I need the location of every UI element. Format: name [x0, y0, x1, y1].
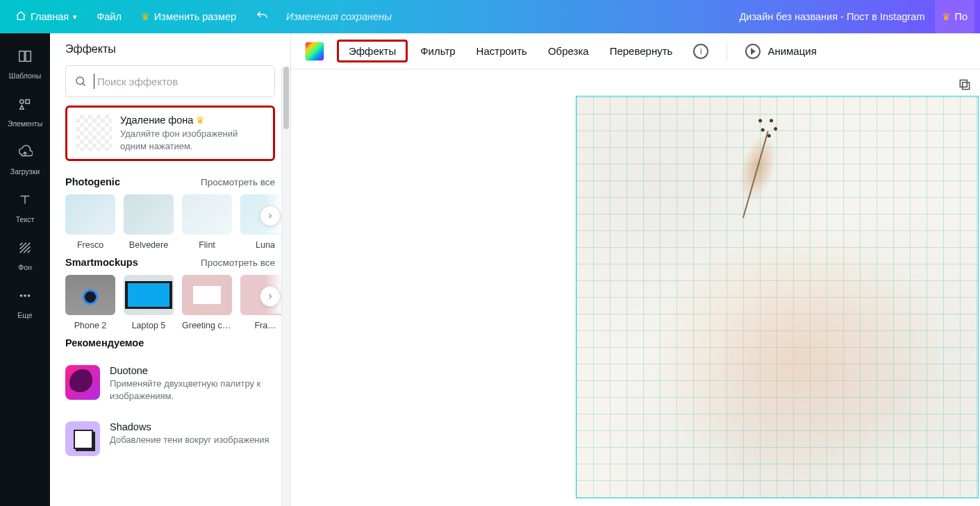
svg-rect-9: [963, 83, 970, 90]
rec-desc: Применяйте двухцветную палитру к изображ…: [110, 378, 275, 402]
document-title[interactable]: Дизайн без названия - Пост в Instagram: [740, 11, 935, 22]
uploads-icon: [0, 144, 50, 163]
swatch: [182, 194, 232, 235]
photogenic-tile-belvedere[interactable]: Belvedere: [124, 194, 174, 250]
rail-more[interactable]: Еще: [0, 280, 50, 328]
svg-point-7: [76, 77, 84, 85]
rail-label: Загрузки: [0, 167, 50, 176]
tile-label: Greeting car…: [182, 321, 232, 330]
chevron-down-icon: ▾: [73, 12, 77, 22]
elements-icon: [0, 96, 50, 115]
premium-button[interactable]: ♛ По: [935, 0, 975, 33]
text-caret: [94, 74, 94, 89]
filter-tab[interactable]: Фильтр: [412, 41, 463, 61]
bg-remover-desc: Удаляйте фон изображений одним нажатием.: [120, 128, 265, 152]
crop-tab[interactable]: Обрезка: [540, 41, 597, 61]
rail-text[interactable]: Текст: [0, 184, 50, 232]
crown-icon: ♛: [942, 11, 951, 22]
mockup-tile-phone2[interactable]: Phone 2: [65, 275, 115, 330]
search-input-wrap[interactable]: [65, 65, 275, 97]
svg-point-5: [24, 294, 26, 297]
photogenic-tile-flint[interactable]: Flint: [182, 194, 232, 250]
resize-label: Изменить размер: [154, 11, 236, 22]
file-menu[interactable]: Файл: [87, 0, 131, 33]
premium-label: По: [955, 11, 968, 22]
svg-rect-1: [26, 51, 31, 62]
crown-icon: ♛: [196, 115, 205, 126]
save-status: Изменения сохранены: [278, 11, 400, 22]
svg-point-2: [20, 100, 24, 104]
shadows-thumb: [65, 421, 100, 456]
toolbar-separator: [726, 42, 727, 60]
tile-label: Fresco: [65, 240, 115, 250]
animation-icon: [745, 44, 761, 59]
recommended-duotone[interactable]: Duotone Применяйте двухцветную палитру к…: [65, 365, 275, 402]
recommended-title: Рекомендуемое: [65, 337, 144, 348]
top-bar: Главная ▾ Файл ♛ Изменить размер Изменен…: [0, 0, 980, 33]
recommended-shadows[interactable]: Shadows Добавление тени вокруг изображен…: [65, 421, 275, 456]
search-input[interactable]: [97, 76, 266, 87]
bg-remover-title: Удаление фона ♛: [120, 115, 265, 126]
rail-elements[interactable]: Элементы: [0, 88, 50, 136]
scrollbar-thumb[interactable]: [283, 67, 289, 129]
svg-point-4: [20, 294, 23, 297]
rail-uploads[interactable]: Загрузки: [0, 136, 50, 184]
undo-icon: [256, 10, 268, 24]
animation-label: Анимация: [767, 45, 816, 57]
background-icon: [0, 240, 50, 259]
svg-point-6: [28, 294, 31, 297]
rec-title: Shadows: [110, 421, 269, 432]
svg-rect-8: [960, 80, 967, 87]
rail-background[interactable]: Фон: [0, 232, 50, 280]
rail-label: Еще: [0, 311, 50, 319]
bg-remover-card[interactable]: Удаление фона ♛ Удаляйте фон изображений…: [65, 106, 275, 161]
mockup-tile-laptop5[interactable]: Laptop 5: [124, 275, 174, 330]
tile-label: Flint: [182, 240, 232, 250]
color-swatch[interactable]: [305, 42, 324, 61]
rail-templates[interactable]: Шаблоны: [0, 40, 50, 88]
swatch: [65, 275, 115, 315]
feather-image[interactable]: [700, 94, 815, 248]
image-toolbar: Эффекты Фильтр Настроить Обрезка Перевер…: [291, 33, 980, 69]
rec-title: Duotone: [110, 365, 275, 376]
home-button[interactable]: Главная ▾: [6, 0, 87, 33]
panel-title: Эффекты: [50, 33, 290, 60]
smartmockups-title: Smartmockups: [65, 257, 138, 268]
effects-tab[interactable]: Эффекты: [337, 40, 408, 62]
swatch: [182, 275, 232, 315]
rec-desc: Добавление тени вокруг изображения: [110, 434, 269, 446]
adjust-tab[interactable]: Настроить: [468, 41, 535, 61]
nav-rail: Шаблоны Элементы Загрузки Текст Фон: [0, 33, 50, 506]
group-layers-button[interactable]: [956, 76, 973, 93]
tile-label: Belvedere: [124, 240, 174, 250]
panel-scrollbar[interactable]: [281, 67, 290, 506]
photogenic-more[interactable]: Просмотреть все: [201, 177, 275, 187]
flip-tab[interactable]: Перевернуть: [601, 41, 681, 61]
search-icon: [74, 75, 87, 87]
design-canvas[interactable]: [576, 96, 979, 498]
smartmockups-strip: Phone 2 Laptop 5 Greeting car… Fra…: [65, 275, 275, 330]
animation-button[interactable]: Анимация: [745, 44, 816, 59]
strip-next-button[interactable]: [260, 205, 281, 226]
photogenic-tile-fresco[interactable]: Fresco: [65, 194, 115, 250]
crown-icon: ♛: [141, 11, 150, 22]
home-label: Главная: [31, 11, 69, 22]
info-button[interactable]: i: [685, 40, 717, 63]
file-label: Файл: [97, 11, 122, 22]
bg-remover-thumb: [76, 115, 112, 151]
tile-label: Laptop 5: [124, 321, 174, 330]
mockup-tile-greeting-card[interactable]: Greeting car…: [182, 275, 232, 330]
rail-label: Фон: [0, 263, 50, 271]
duotone-thumb: [65, 365, 100, 400]
text-icon: [0, 192, 50, 211]
info-icon: i: [693, 44, 708, 59]
main-area: Эффекты Фильтр Настроить Обрезка Перевер…: [291, 33, 980, 506]
canvas-area[interactable]: [291, 69, 980, 506]
resize-button[interactable]: ♛ Изменить размер: [131, 0, 246, 33]
svg-rect-3: [26, 100, 29, 104]
smartmockups-more[interactable]: Просмотреть все: [201, 258, 275, 268]
swatch: [124, 275, 174, 315]
strip-next-button[interactable]: [260, 286, 281, 307]
undo-button[interactable]: [246, 0, 278, 33]
swatch: [65, 194, 115, 235]
